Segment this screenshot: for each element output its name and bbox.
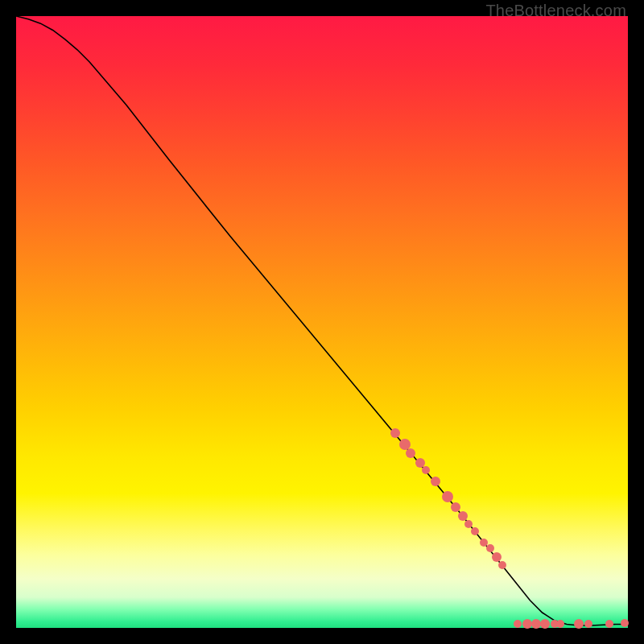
data-point	[531, 619, 541, 629]
scatter-points-layer	[16, 16, 628, 628]
data-point	[522, 619, 532, 629]
data-point	[406, 448, 415, 458]
data-point	[458, 511, 468, 521]
data-point	[621, 619, 629, 627]
data-point	[431, 477, 440, 486]
data-point	[451, 502, 460, 512]
data-point	[464, 520, 473, 528]
data-point	[422, 466, 430, 474]
data-point	[442, 491, 453, 502]
data-point	[390, 428, 400, 438]
data-point	[498, 561, 506, 569]
data-point	[471, 527, 479, 535]
data-point	[486, 544, 494, 552]
data-point	[492, 552, 502, 562]
data-point	[584, 620, 592, 628]
data-point	[540, 619, 550, 629]
data-point	[514, 620, 522, 628]
data-point	[556, 620, 564, 628]
data-point	[574, 619, 584, 629]
chart-container: TheBottleneck.com	[0, 0, 644, 644]
data-point	[605, 620, 613, 628]
watermark-label: TheBottleneck.com	[485, 2, 626, 20]
